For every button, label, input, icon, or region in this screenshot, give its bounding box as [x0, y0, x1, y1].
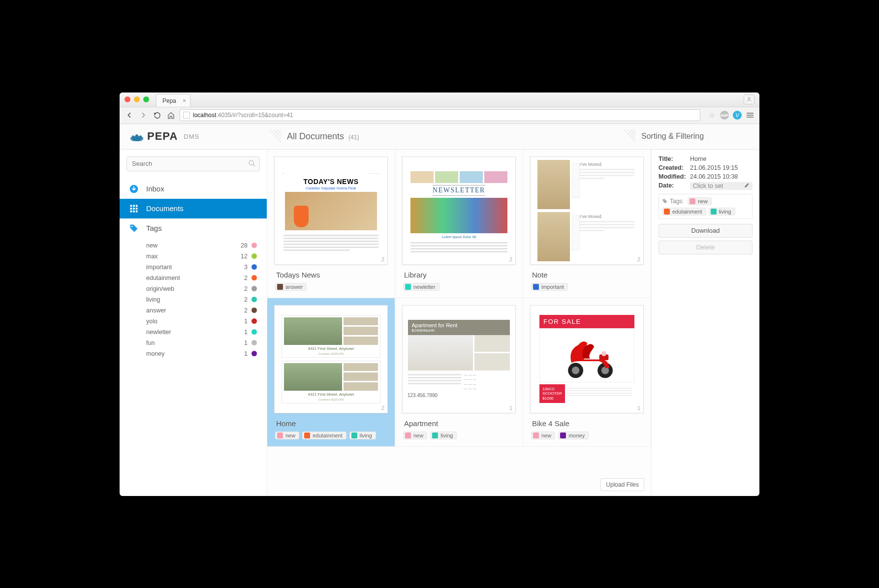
close-tab-icon[interactable]: ×	[183, 97, 186, 104]
tag-count: 2	[244, 275, 248, 281]
tag-chip[interactable]: edutainment	[302, 432, 346, 439]
document-card[interactable]: We've Moved. We've Moved. 2Noteimportant	[523, 150, 651, 298]
document-card[interactable]: NEWSLETTERLorem Ipsum Dolor Sit 2Library…	[395, 150, 523, 298]
back-icon[interactable]	[125, 110, 134, 120]
tag-name: fun	[146, 340, 155, 346]
address-bar[interactable]: localhost:4035/#/?scroll=15&count=41	[180, 109, 700, 121]
vimium-extension-icon[interactable]: V	[733, 111, 742, 120]
sidebar-tag-item[interactable]: yolo1	[146, 316, 267, 327]
tag-chip[interactable]: important	[531, 283, 568, 291]
svg-rect-9	[133, 205, 135, 207]
tag-chip[interactable]: edutainment	[662, 208, 706, 216]
document-card[interactable]: Apartment for Rent$1400/Month — — —— — —…	[395, 298, 523, 447]
svg-point-19	[572, 367, 579, 374]
document-thumbnail[interactable]: 4321 First Street, AnytownCurabitur $125…	[274, 305, 388, 413]
detail-tags-box[interactable]: Tags: newedutainmentliving	[659, 194, 753, 219]
tag-chip-label: living	[440, 433, 453, 438]
inbox-icon	[128, 184, 139, 194]
tag-count: 1	[244, 340, 248, 346]
document-thumbnail[interactable]: FOR SALE 100CCSCOOTER$1200 1	[530, 305, 644, 413]
tag-chip[interactable]: living	[349, 432, 376, 439]
maximize-window-icon[interactable]	[143, 96, 149, 102]
tag-chip-color	[533, 433, 539, 438]
tag-chip-color	[405, 284, 411, 290]
tag-color-dot	[251, 243, 257, 248]
tag-chip[interactable]: new	[275, 432, 299, 439]
profile-icon[interactable]	[744, 94, 754, 104]
sidebar-tag-item[interactable]: max12	[146, 251, 267, 262]
sidebar-tag-item[interactable]: newletter1	[146, 327, 267, 338]
upload-files-button[interactable]: Upload Files	[600, 478, 644, 491]
tag-count: 1	[244, 329, 248, 336]
minimize-window-icon[interactable]	[134, 96, 140, 102]
tag-chip-label: edutainment	[313, 433, 343, 438]
tag-chip[interactable]: new	[531, 432, 555, 439]
reload-icon[interactable]	[152, 110, 162, 120]
sidebar-tag-item[interactable]: origin/web2	[146, 283, 267, 294]
tag-chip[interactable]: living	[709, 208, 735, 216]
tag-count: 2	[244, 296, 248, 303]
document-thumbnail[interactable]: •— — — TODAY'S NEWSCurabitur Vulputate V…	[274, 156, 388, 265]
tag-chip-label: new	[698, 198, 708, 204]
close-window-icon[interactable]	[125, 96, 130, 102]
sidebar-tag-item[interactable]: new28	[146, 240, 267, 251]
tag-chip[interactable]: answer	[275, 283, 307, 291]
detail-value: 24.06.2015 10:38	[690, 173, 738, 180]
tag-color-dot	[251, 351, 257, 356]
menu-icon[interactable]	[746, 111, 754, 120]
document-grid: •— — — TODAY'S NEWSCurabitur Vulputate V…	[267, 150, 651, 447]
search-input[interactable]	[126, 156, 260, 171]
browser-toolbar: localhost:4035/#/?scroll=15&count=41 ☆ A…	[120, 107, 759, 124]
tag-chip[interactable]: money	[558, 432, 589, 439]
sidebar-item-inbox[interactable]: Inbox	[120, 179, 267, 199]
sidebar-tag-item[interactable]: answer2	[146, 305, 267, 316]
home-icon[interactable]	[166, 110, 176, 120]
tag-chip[interactable]: living	[430, 432, 457, 439]
sorting-filtering-link[interactable]: Sorting & Filtering	[641, 132, 759, 141]
document-title: Bike 4 Sale	[532, 419, 644, 428]
browser-tab[interactable]: Pepa ×	[156, 94, 190, 107]
document-thumbnail[interactable]: Apartment for Rent$1400/Month — — —— — —…	[402, 305, 516, 413]
sidebar-item-documents[interactable]: Documents	[120, 199, 267, 218]
document-tags: newmoney	[530, 432, 644, 439]
logo[interactable]: PEPA DMS	[120, 130, 267, 143]
sidebar-tag-item[interactable]: living2	[146, 294, 267, 305]
tags-label: Tags:	[670, 198, 684, 205]
delete-button[interactable]: Delete	[659, 241, 753, 254]
document-card[interactable]: •— — — TODAY'S NEWSCurabitur Vulputate V…	[267, 150, 395, 298]
tag-chip[interactable]: new	[403, 432, 427, 439]
document-grid-wrap: •— — — TODAY'S NEWSCurabitur Vulputate V…	[267, 150, 651, 496]
download-button[interactable]: Download	[659, 224, 753, 238]
bookmark-star-icon[interactable]: ☆	[707, 111, 716, 120]
document-card[interactable]: FOR SALE 100CCSCOOTER$1200 1Bike 4 Salen…	[523, 298, 651, 447]
tag-chip[interactable]: new	[688, 197, 712, 205]
sidebar-tag-item[interactable]: important3	[146, 262, 267, 273]
svg-rect-15	[133, 210, 135, 212]
sidebar-tag-item[interactable]: fun1	[146, 338, 267, 348]
sidebar-tag-item[interactable]: money1	[146, 348, 267, 359]
sidebar-tag-item[interactable]: edutainment2	[146, 273, 267, 283]
tag-count: 2	[244, 285, 248, 292]
tag-chip-color	[351, 433, 357, 438]
tab-title: Pepa	[162, 97, 176, 104]
document-thumbnail[interactable]: We've Moved. We've Moved. 2	[530, 156, 644, 265]
tag-color-dot	[251, 253, 257, 259]
search-icon[interactable]	[248, 159, 256, 169]
date-set-input[interactable]: Click to set	[690, 182, 753, 190]
search-box	[126, 156, 260, 171]
grid-icon	[128, 203, 139, 214]
tag-name: edutainment	[146, 275, 180, 281]
document-thumbnail[interactable]: NEWSLETTERLorem Ipsum Dolor Sit 2	[402, 156, 516, 265]
document-title: Apartment	[404, 419, 516, 428]
svg-rect-12	[133, 208, 135, 210]
abp-extension-icon[interactable]: ABP	[720, 111, 729, 120]
tag-chip[interactable]: newletter	[403, 283, 440, 291]
detail-value: Home	[690, 155, 706, 162]
svg-rect-16	[136, 210, 138, 212]
sidebar-item-tags[interactable]: Tags	[120, 218, 267, 238]
document-tags: newletter	[402, 283, 516, 291]
tag-count: 2	[244, 307, 248, 314]
document-card[interactable]: 4321 First Street, AnytownCurabitur $125…	[267, 298, 395, 447]
sidebar-item-label: Inbox	[146, 185, 164, 193]
forward-icon[interactable]	[138, 110, 148, 120]
